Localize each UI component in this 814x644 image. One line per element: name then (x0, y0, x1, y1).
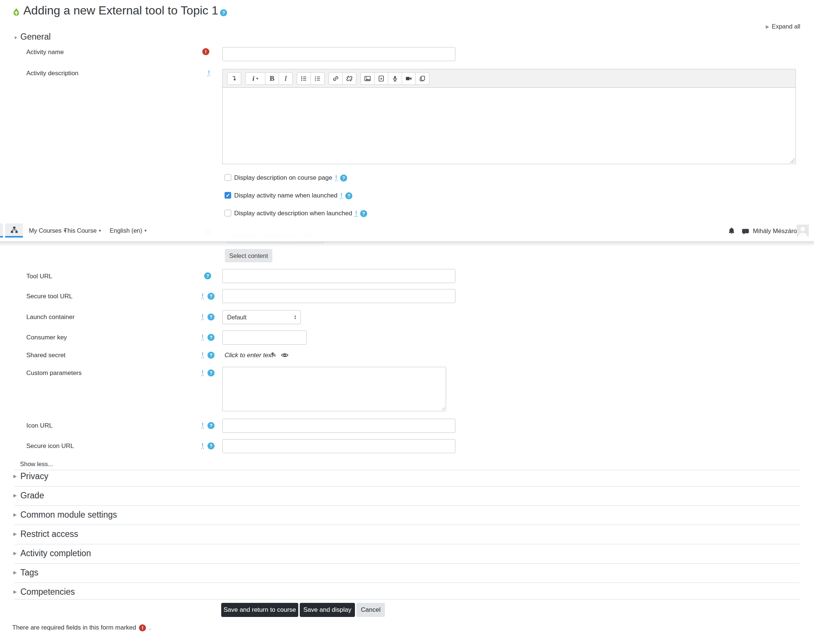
insert-image-icon[interactable] (360, 72, 375, 85)
divider (14, 544, 800, 544)
tool-url-label: Tool URL (26, 273, 52, 280)
unlink-icon[interactable] (342, 72, 356, 85)
sitemap-icon[interactable] (5, 224, 23, 238)
grouped-setting-icon: ! (201, 370, 204, 376)
triangle-right-icon: ▶ (13, 532, 17, 536)
section-heading-general[interactable]: General (20, 32, 51, 42)
user-name[interactable]: Mihály Mészáros (753, 227, 800, 235)
grouped-setting-icon: ! (340, 193, 343, 199)
italic-icon[interactable]: I (279, 72, 293, 85)
eye-icon[interactable] (281, 353, 289, 358)
icon-url-input[interactable] (222, 419, 455, 433)
divider (14, 599, 800, 600)
triangle-right-icon: ▶ (13, 551, 17, 555)
unordered-list-icon[interactable] (297, 72, 311, 85)
help-icon[interactable]: ? (204, 272, 211, 279)
icon-url-label: Icon URL (26, 422, 53, 429)
messages-icon[interactable] (741, 227, 750, 236)
display-description-row: Display description on course page ! ? (234, 174, 347, 182)
display-activity-description-checkbox[interactable] (225, 210, 231, 216)
collapse-triangle-icon[interactable]: ▼ (13, 35, 18, 40)
help-icon[interactable]: ? (340, 175, 347, 182)
grouped-setting-icon: ! (335, 175, 337, 181)
section-grade[interactable]: ▶ Grade (0, 491, 814, 505)
record-audio-icon[interactable] (388, 72, 402, 85)
section-competencies[interactable]: ▶ Competencies (0, 587, 814, 602)
show-less-link[interactable]: Show less... (20, 461, 53, 468)
grouped-setting-icon: ! (201, 314, 204, 320)
expand-all-link[interactable]: ▶ Expand all (766, 23, 800, 30)
page-title: Adding a new External tool to Topic 1 (23, 4, 218, 17)
help-icon[interactable]: ? (207, 293, 215, 300)
custom-parameters-textarea[interactable] (222, 367, 446, 411)
activity-name-label: Activity name (26, 49, 64, 56)
help-icon[interactable]: ? (207, 370, 215, 376)
nav-partial-button[interactable] (0, 224, 3, 238)
display-description-checkbox[interactable] (225, 174, 231, 181)
triangle-right-icon: ▶ (13, 512, 17, 517)
grouped-setting-icon: ! (201, 422, 204, 429)
divider (14, 486, 800, 486)
resize-handle[interactable] (789, 158, 795, 163)
secure-tool-url-input[interactable] (222, 289, 455, 303)
help-icon[interactable]: ? (207, 313, 215, 320)
display-activity-name-row: Display activity name when launched ! ? (234, 192, 353, 199)
grouped-setting-icon: ! (354, 210, 357, 217)
section-activity-completion[interactable]: ▶ Activity completion (0, 548, 814, 563)
triangle-right-icon: ▶ (13, 590, 17, 594)
navbar-shadow (0, 241, 814, 247)
help-icon[interactable]: ? (345, 192, 353, 199)
record-video-icon[interactable] (402, 72, 416, 85)
activity-description-label: Activity description (26, 70, 78, 77)
notifications-bell-icon[interactable] (727, 227, 736, 235)
consumer-key-input[interactable] (222, 331, 307, 345)
section-common-module-settings[interactable]: ▶ Common module settings (0, 510, 814, 525)
pencil-icon[interactable]: ✎ (271, 351, 276, 359)
select-content-button[interactable]: Select content (225, 249, 272, 262)
avatar[interactable] (797, 225, 809, 237)
insert-media-icon[interactable] (374, 72, 388, 85)
display-activity-name-checkbox[interactable]: ✓ (225, 192, 231, 199)
display-activity-description-row: Display activity description when launch… (234, 210, 367, 217)
nav-my-courses[interactable]: My Courses ▾ (29, 224, 66, 238)
nav-language-menu[interactable]: English (en) ▾ (110, 224, 147, 238)
select-arrows-icon: ▴▾ (294, 314, 296, 320)
help-icon[interactable]: ? (220, 9, 227, 16)
activity-name-input[interactable] (222, 47, 455, 61)
divider (14, 583, 800, 583)
help-icon[interactable]: ? (207, 352, 215, 359)
help-icon[interactable]: ? (207, 442, 215, 449)
manage-files-icon[interactable] (415, 72, 429, 85)
collapse-toolbar-icon[interactable] (227, 72, 241, 85)
shared-secret-label: Shared secret (26, 352, 66, 359)
launch-container-select[interactable]: Default ▴▾ (222, 310, 301, 324)
save-and-return-button[interactable]: Save and return to course (221, 603, 298, 617)
bold-icon[interactable]: B (265, 72, 279, 85)
divider (14, 505, 800, 506)
check-icon: ✓ (225, 192, 230, 198)
section-privacy[interactable]: ▶ Privacy (0, 471, 814, 486)
ordered-list-icon[interactable]: 123 (311, 72, 325, 85)
tool-url-input[interactable] (222, 269, 455, 283)
nav-this-course[interactable]: This Course ▾ (64, 224, 101, 238)
help-icon[interactable]: ? (360, 210, 367, 217)
save-and-display-button[interactable]: Save and display (300, 603, 355, 617)
section-tags[interactable]: ▶ Tags (0, 568, 814, 583)
help-icon[interactable]: ? (207, 422, 215, 429)
secure-icon-url-input[interactable] (222, 439, 455, 453)
secure-icon-url-label: Secure icon URL (26, 442, 74, 450)
grouped-setting-icon: ! (207, 70, 210, 76)
editor-content-area[interactable] (222, 88, 796, 164)
triangle-right-icon: ▶ (13, 474, 17, 478)
shared-secret-value[interactable]: Click to enter text (225, 352, 273, 359)
grouped-setting-icon: ! (201, 334, 204, 340)
help-icon[interactable]: ? (207, 334, 215, 341)
section-restrict-access[interactable]: ▶ Restrict access (0, 529, 814, 544)
required-fields-note: There are required fields in this form m… (12, 624, 151, 632)
page: Adding a new External tool to Topic 1 ? … (0, 0, 814, 644)
link-icon[interactable] (329, 72, 343, 85)
resize-handle[interactable] (441, 406, 445, 410)
caret-down-icon: ▾ (99, 228, 101, 233)
paragraph-styles-icon[interactable]: i ▾ (245, 72, 265, 85)
cancel-button[interactable]: Cancel (356, 603, 385, 617)
